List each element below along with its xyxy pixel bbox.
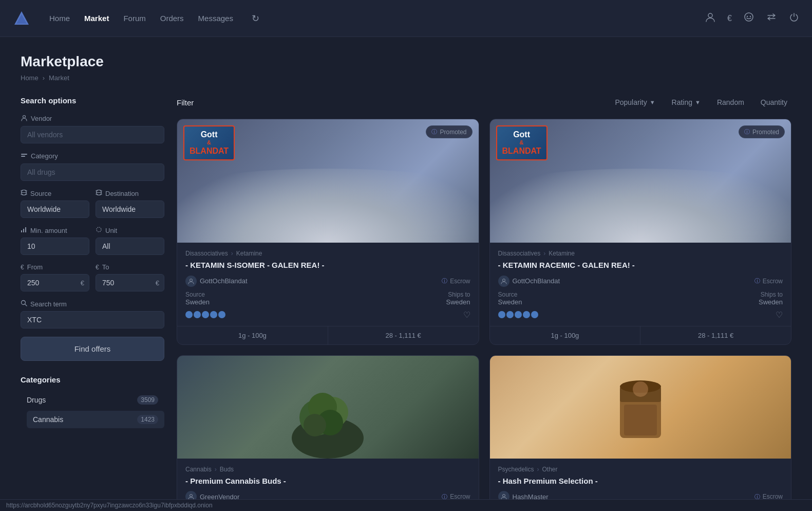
product-card-1[interactable]: Gott & BLANDAT ⓘ Promoted Disassociat [177,119,479,345]
destination-label: Destination [96,189,164,197]
source-info-1: Source Sweden [185,291,210,306]
to-field-group: € To € [96,263,164,291]
unit-icon [96,226,102,234]
breadcrumb-sep: › [43,74,45,82]
destination-input[interactable] [96,200,164,218]
product-footer-1: 1g - 100g 28 - 1,111 € [177,326,479,344]
svg-point-2 [708,13,712,17]
breadcrumb-market: Market [49,74,69,82]
exchange-icon[interactable] [766,11,777,25]
from-label: € From [21,263,89,271]
destination-field-group: Destination [96,189,164,218]
category-input[interactable] [21,163,164,181]
price-range-1: 28 - 1,111 € [328,326,479,344]
product-card-2[interactable]: Gott & BLANDAT ⓘ Promoted Disassociat [489,119,792,345]
nav-home[interactable]: Home [49,14,70,23]
vendor-row-1: GottOchBlandat ⓘ Escrow [185,276,470,287]
nav-forum[interactable]: Forum [123,14,145,23]
minamount-label: Min. amount [21,226,89,234]
source-row-1: Source Sweden Ships to Sweden [185,291,470,306]
source-info-2: Source Sweden [498,291,522,306]
page-title: Marketplace [21,53,791,70]
vendor-avatar-1 [185,276,197,287]
source-destination-row: Source Destination [21,189,164,218]
category-drugs-count: 3509 [137,395,158,405]
user-icon[interactable] [705,11,716,25]
nav-orders[interactable]: Orders [160,14,184,23]
source-label: Source [21,189,89,197]
product-category-4: Psychedelics › Other [498,466,783,473]
power-icon[interactable] [788,11,800,25]
category-drugs[interactable]: Drugs 3509 [21,391,164,409]
minamount-unit-row: Min. amount Unit [21,226,164,255]
promoted-badge-1: ⓘ Promoted [426,125,472,138]
filter-bar: Filter Popularity ▼ Rating ▼ Random Quan… [177,96,791,108]
product-label-2: Gott & BLANDAT [496,125,547,160]
product-category-3: Cannabis › Buds [185,466,470,473]
product-info-1: Disassociatives › Ketamine - KETAMIN S-I… [177,243,479,326]
minamount-input[interactable] [21,238,89,255]
sort-rating[interactable]: Rating ▼ [668,96,705,108]
vendor-row-2: GottOchBlandat ⓘ Escrow [498,276,783,287]
svg-point-17 [502,279,505,281]
to-label: € To [96,263,164,271]
product-card-4[interactable]: Psychedelics › Other - Hash Premium Sele… [489,355,792,512]
source-input[interactable] [21,200,89,218]
svg-point-29 [633,381,648,397]
main-layout: Search options Vendor Category [21,96,791,511]
svg-rect-13 [25,227,26,232]
sort-popularity[interactable]: Popularity ▼ [611,96,659,108]
chart-icon [21,226,27,234]
ships-info-2: Ships to Sweden [759,291,783,306]
mask-icon[interactable] [743,11,754,25]
category-cannabis-count: 1423 [137,415,158,424]
svg-rect-7 [21,154,27,155]
rating-arrow: ▼ [695,99,701,105]
svg-rect-11 [21,230,22,232]
svg-point-14 [97,227,101,232]
heart-button-2[interactable]: ♡ [776,310,783,320]
nav-market[interactable]: Market [84,14,109,23]
breadcrumb: Home › Market [21,74,791,82]
to-input-wrapper: € [96,274,164,291]
svg-point-30 [502,495,505,497]
svg-point-6 [23,116,26,118]
sort-random[interactable]: Random [713,96,748,108]
product-name-2: - KETAMIN RACEMIC - GALEN REA! - [498,260,783,270]
product-card-3[interactable]: Cannabis › Buds - Premium Cannabis Buds … [177,355,479,512]
product-category-1: Disassociatives › Ketamine [185,250,470,257]
from-input[interactable] [21,274,89,291]
minamount-field-group: Min. amount [21,226,89,255]
breadcrumb-home[interactable]: Home [21,74,39,82]
quantity-range-2: 1g - 100g [490,326,641,344]
category-icon [21,152,28,160]
escrow-info-1: ⓘ Escrow [442,277,470,285]
search-term-input[interactable] [21,311,164,328]
svg-point-16 [190,279,193,281]
svg-point-23 [304,414,326,436]
sort-quantity[interactable]: Quantity [757,96,791,108]
find-offers-button[interactable]: Find offers [21,337,164,361]
logo[interactable] [12,9,33,28]
euro-to-icon: € [96,264,99,271]
nav-links: Home Market Forum Orders Messages ↻ [49,13,705,24]
to-input[interactable] [96,274,164,291]
product-image-2: Gott & BLANDAT ⓘ Promoted [490,119,791,243]
search-icon [21,300,27,308]
vendor-input[interactable] [21,126,164,143]
category-label: Category [21,152,164,160]
rating-row-2: ♡ [498,310,783,326]
heart-button-1[interactable]: ♡ [463,310,470,320]
currency-icon[interactable]: € [727,14,732,23]
ships-info-1: Ships to Sweden [446,291,470,306]
nav-messages[interactable]: Messages [198,14,233,23]
unit-input[interactable] [96,238,164,255]
category-cannabis[interactable]: Cannabis 1423 [27,411,164,428]
refresh-icon[interactable]: ↻ [252,13,259,24]
popularity-arrow: ▼ [650,99,655,105]
product-info-2: Disassociatives › Ketamine - KETAMIN RAC… [490,243,791,326]
euro-from-icon: € [21,264,24,271]
svg-point-4 [747,16,748,17]
destination-icon [96,189,102,197]
product-footer-2: 1g - 100g 28 - 1,111 € [490,326,791,344]
